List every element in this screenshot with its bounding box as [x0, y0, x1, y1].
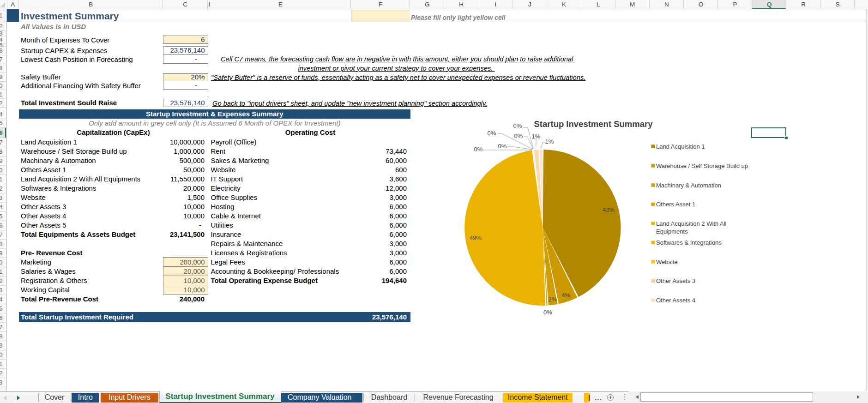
svg-text:2%: 2%: [549, 296, 557, 303]
svg-text:Other Assets 4: Other Assets 4: [656, 297, 695, 304]
svg-text:0%: 0%: [543, 309, 552, 316]
svg-text:43%: 43%: [603, 206, 615, 213]
svg-text:Warehouse / Self Storage Build: Warehouse / Self Storage Build up: [656, 162, 748, 169]
svg-text:0%: 0%: [474, 146, 483, 153]
svg-text:Startup Investment Summary: Startup Investment Summary: [534, 119, 653, 129]
svg-text:Equipments: Equipments: [656, 228, 688, 235]
svg-text:0%: 0%: [514, 132, 523, 139]
svg-text:1%: 1%: [532, 133, 541, 140]
svg-text:Land Acquisition 1: Land Acquisition 1: [656, 143, 705, 150]
svg-text:Other Assets 3: Other Assets 3: [656, 277, 695, 284]
svg-text:Land Acquisition 2 With All: Land Acquisition 2 With All: [656, 220, 727, 227]
svg-text:4%: 4%: [562, 292, 571, 299]
svg-text:49%: 49%: [470, 235, 482, 241]
svg-text:0%: 0%: [513, 122, 522, 129]
svg-text:Website: Website: [656, 259, 678, 265]
svg-text:Softwares & Integrations: Softwares & Integrations: [656, 239, 722, 246]
svg-text:1%: 1%: [545, 138, 554, 145]
svg-text:0%: 0%: [498, 143, 507, 150]
svg-text:Machinary & Automation: Machinary & Automation: [656, 182, 721, 189]
svg-text:0%: 0%: [488, 130, 496, 137]
svg-text:Others Asset 1: Others Asset 1: [656, 201, 695, 208]
